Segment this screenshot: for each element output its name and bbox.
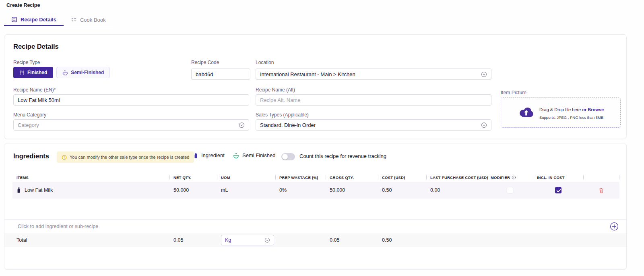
modifier-cell: [487, 182, 533, 199]
legend-semi-finished: Semi Finished: [233, 152, 275, 158]
sales-types-value: Standard, Dine-in Order: [260, 122, 316, 128]
sales-types-label: Sales Types (Applicable): [256, 112, 309, 118]
total-net-qty: 0.05: [169, 233, 217, 247]
cost-cell: 0.50: [378, 182, 426, 199]
column-net-qty: NET QTY.: [169, 173, 217, 182]
total-prep-cell: [275, 233, 326, 247]
column-prep-wastage: PREP WASTAGE (%): [275, 173, 326, 182]
semi-finished-bowl-icon: [233, 152, 239, 158]
chevron-down-icon: [481, 122, 487, 128]
notice-text: You can modify the other sale type once …: [70, 155, 189, 160]
semi-finished-label: Semi-Finished: [71, 70, 104, 75]
bowl-icon: [62, 70, 68, 75]
total-uom-cell: Kg: [217, 233, 275, 247]
legend-semi-finished-label: Semi Finished: [242, 152, 275, 158]
column-uom: UOM: [217, 173, 275, 182]
legend-ingredient: Ingredient: [194, 152, 225, 158]
location-label: Location: [256, 60, 274, 65]
create-recipe-page: Create Recipe Recipe Details Cook Book R…: [0, 0, 644, 276]
total-uom-select[interactable]: Kg: [221, 235, 274, 245]
recipe-type-group: Finished Semi-Finished: [13, 67, 110, 78]
tab-recipe-details[interactable]: Recipe Details: [4, 14, 64, 26]
delete-row-button[interactable]: [599, 187, 604, 193]
checklist-icon: [71, 17, 77, 23]
revenue-tracking-label: Count this recipe for revenue tracking: [299, 153, 386, 159]
gross-qty-cell: 50.000: [326, 182, 378, 199]
ingredients-card: Ingredients You can modify the other sal…: [4, 143, 627, 270]
form-icon: [11, 17, 17, 23]
info-icon[interactable]: [512, 175, 516, 180]
item-name: Low Fat Milk: [25, 187, 53, 193]
recipe-type-label: Recipe Type: [13, 60, 40, 65]
recipe-name-en-input[interactable]: [13, 94, 249, 106]
column-actions: [583, 173, 619, 182]
table-header: ITEMS NET QTY. UOM PREP WASTAGE (%) GROS…: [12, 173, 619, 182]
column-cost: COST (USD): [378, 173, 426, 182]
upload-cloud-icon: [518, 106, 535, 118]
column-gross-qty: GROSS QTY.: [326, 173, 378, 182]
incl-in-cost-checkbox[interactable]: [555, 187, 561, 193]
sale-type-notice: You can modify the other sale type once …: [57, 151, 194, 163]
recipe-code-label: Recipe Code: [191, 60, 219, 65]
warning-icon: [62, 155, 67, 160]
column-incl-in-cost: INCL. IN COST: [533, 173, 583, 182]
incl-in-cost-cell: [533, 182, 583, 199]
menu-category-placeholder: Category: [18, 122, 39, 128]
recipe-details-heading: Recipe Details: [13, 43, 59, 50]
total-cost: 0.50: [378, 233, 426, 247]
uom-cell: mL: [217, 182, 275, 199]
table-row: Low Fat Milk 50.000 mL 0% 50.000 0.50 0.…: [12, 182, 619, 199]
dropzone-text: Drag & Drop file here or Browse Supports…: [539, 106, 604, 120]
ingredients-heading: Ingredients: [13, 152, 49, 160]
menu-category-label: Menu Category: [13, 112, 46, 118]
drop-text: Drag & Drop file here: [539, 107, 581, 112]
ingredient-bottle-icon: [194, 153, 198, 158]
recipe-name-en-label: Recipe Name (EN)*: [13, 87, 56, 93]
last-purchase-cost-cell: 0.00: [426, 182, 487, 199]
supports-text: Supports: JPEG , PNG less than 5MB: [539, 115, 604, 120]
menu-category-select[interactable]: Category: [13, 119, 249, 131]
item-cell: Low Fat Milk: [12, 182, 169, 199]
browse-link[interactable]: or Browse: [582, 107, 604, 112]
recipe-name-alt-label: Recipe Name (Alt): [256, 87, 295, 93]
sales-types-select[interactable]: Standard, Dine-in Order: [256, 119, 491, 131]
item-picture-dropzone[interactable]: Drag & Drop file here or Browse Supports…: [501, 97, 621, 128]
total-gross-qty: 0.05: [326, 233, 378, 247]
add-ingredient-button[interactable]: [610, 222, 619, 231]
column-last-purchase-cost: LAST PURCHASE COST (USD): [426, 173, 487, 182]
tab-label: Recipe Details: [21, 17, 56, 23]
chevron-down-icon: [264, 237, 270, 243]
modifier-checkbox[interactable]: [507, 187, 513, 193]
prep-wastage-cell: 0%: [275, 182, 326, 199]
semi-finished-button[interactable]: Semi-Finished: [56, 67, 110, 78]
total-label: Total: [12, 233, 169, 247]
net-qty-cell: 50.000: [169, 182, 217, 199]
legend-ingredient-label: Ingredient: [201, 152, 225, 158]
location-select[interactable]: International Restaurant - Main > Kitche…: [256, 68, 491, 80]
page-title: Create Recipe: [6, 2, 40, 8]
recipe-details-card: Recipe Details Recipe Type Finished Semi…: [4, 34, 627, 139]
add-ingredient-row: Click to add ingredient or sub-recipe: [4, 219, 626, 233]
total-row: Total 0.05 Kg 0.05 0.50: [4, 233, 626, 247]
recipe-code-input[interactable]: [191, 68, 250, 80]
tab-bar: Recipe Details Cook Book: [4, 14, 113, 26]
revenue-tracking-toggle[interactable]: [281, 153, 295, 160]
chevron-down-icon: [239, 122, 245, 128]
total-uom-value: Kg: [225, 237, 231, 243]
column-items: ITEMS: [12, 173, 169, 182]
actions-cell: [583, 182, 619, 199]
ingredient-bottle-icon: [17, 187, 21, 193]
add-ingredient-text[interactable]: Click to add ingredient or sub-recipe: [18, 224, 98, 229]
utensils-icon: [19, 70, 25, 75]
location-value: International Restaurant - Main > Kitche…: [260, 71, 355, 77]
tab-label: Cook Book: [80, 17, 106, 23]
finished-label: Finished: [27, 70, 47, 75]
recipe-name-alt-input[interactable]: [256, 94, 491, 106]
finished-button[interactable]: Finished: [13, 67, 53, 78]
tab-cook-book[interactable]: Cook Book: [64, 14, 113, 26]
column-modifier: MODIFIER: [487, 173, 533, 182]
item-picture-label: Item Picture: [501, 90, 526, 95]
chevron-down-icon: [481, 71, 487, 77]
ingredients-table: ITEMS NET QTY. UOM PREP WASTAGE (%) GROS…: [12, 173, 619, 199]
